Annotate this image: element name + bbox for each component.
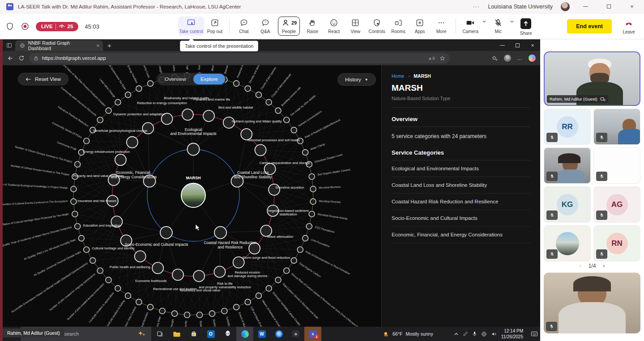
explore-tab[interactable]: Explore [193, 74, 225, 84]
address-bar[interactable]: https://nnbfgraph.vercel.app A [29, 53, 450, 63]
favorites-bar-icon[interactable] [491, 55, 498, 62]
participant-initials: RN [606, 233, 628, 254]
category-item[interactable]: Coastal Hazard Risk Reduction and Resili… [392, 194, 530, 210]
overview-tab[interactable]: Overview [158, 74, 193, 84]
browser-more-icon[interactable]: … [517, 55, 523, 61]
alienware-icon[interactable] [219, 327, 236, 341]
pager-next-icon[interactable]: › [603, 263, 605, 269]
participant-tile[interactable]: RN [593, 225, 640, 261]
copilot-icon[interactable] [529, 55, 536, 62]
radial-graph-canvas[interactable]: Reset View Overview Explore History ▼ Nu… [3, 65, 381, 327]
view-button[interactable]: View [345, 17, 366, 36]
bottom-video-tile[interactable] [544, 273, 640, 333]
svg-text:Turbidity Levels: Turbidity Levels [226, 316, 233, 327]
participant-tile[interactable]: KG [544, 186, 591, 223]
teams-titlebar: LA-SEER Talk with Dr. Md Adilur Rahim, A… [0, 0, 644, 13]
favorite-star-icon[interactable] [439, 55, 445, 61]
browser-restore-button[interactable] [510, 40, 525, 51]
more-button[interactable]: More [431, 17, 452, 36]
security-shield-icon[interactable] [5, 22, 14, 31]
teams-taskbar-icon[interactable]: ii 1 [304, 327, 321, 341]
weather-temp: 66°F [392, 331, 402, 337]
browser-minimize-button[interactable] [495, 40, 510, 51]
volume-icon[interactable] [491, 331, 497, 337]
react-button[interactable]: React [323, 17, 345, 36]
history-button[interactable]: History ▼ [337, 73, 376, 86]
touch-keyboard-icon[interactable] [529, 327, 540, 341]
reset-view-button[interactable]: Reset View [18, 73, 68, 85]
pager-prev-icon[interactable]: ‹ [580, 263, 581, 269]
chat-button[interactable]: Chat [233, 17, 255, 36]
end-event-button[interactable]: End event [567, 19, 612, 34]
category-item[interactable]: Socio-Economic and Cultural Impacts [392, 210, 530, 227]
new-tab-button[interactable]: + [107, 42, 111, 49]
tray-mic-icon[interactable] [472, 331, 477, 337]
task-view-button[interactable] [151, 327, 168, 341]
tab-close-icon[interactable]: × [97, 43, 99, 48]
svg-text:Shoreline accretion: Shoreline accretion [275, 185, 304, 189]
svg-text:Site usage by other wildlife: Site usage by other wildlife [290, 94, 316, 117]
lock-icon [34, 56, 38, 61]
network-icon[interactable] [481, 331, 487, 337]
category-item[interactable]: Ecological and Environmental Impacts [392, 160, 530, 177]
participant-hair [558, 153, 580, 163]
leave-button[interactable]: Leave [618, 17, 640, 36]
browser-profile-avatar[interactable] [504, 55, 511, 62]
camera-icon [466, 18, 475, 27]
weather-widget[interactable]: 66°F Mostly sunny [383, 331, 433, 337]
svg-text:Public health and wellbeing: Public health and wellbeing [110, 265, 150, 269]
breadcrumb-home-link[interactable]: Home [392, 73, 404, 79]
svg-text:Number of jobs created during: Number of jobs created during constructi… [67, 282, 105, 320]
take-control-button[interactable]: Take control [178, 17, 204, 36]
participant-tile[interactable]: RR [544, 109, 591, 145]
browser-close-button[interactable]: × [525, 40, 540, 51]
participant-video-tile[interactable] [593, 109, 640, 145]
people-button[interactable]: 29 People [278, 17, 300, 36]
edge-icon[interactable] [236, 327, 253, 341]
participant-avatar-tile[interactable] [544, 225, 591, 261]
chat-icon [239, 18, 248, 27]
active-speaker-tile[interactable]: Rahim, Md Adilur (Guest) [544, 51, 640, 106]
read-aloud-icon[interactable]: A [428, 55, 435, 61]
user-avatar[interactable] [561, 2, 570, 11]
detail-panel: Home › MARSH MARSH Nature-Based Solution… [381, 65, 540, 327]
participant-tile[interactable] [593, 147, 640, 184]
camera-button[interactable]: Camera [460, 17, 481, 36]
taskbar-clock[interactable]: 12:14 PM 11/26/2025 [501, 328, 523, 340]
file-explorer-icon[interactable] [168, 327, 185, 341]
browser-tab[interactable]: NNBF Radial Graph Dashboard × [15, 40, 103, 51]
recording-icon[interactable] [21, 22, 30, 31]
dark-app-icon[interactable]: ◆ [287, 327, 304, 341]
titlebar-more-icon[interactable]: ··· [473, 3, 480, 10]
participant-video-tile[interactable] [544, 147, 591, 184]
qa-button[interactable]: ? Q&A [255, 17, 276, 36]
word-icon[interactable]: W [253, 327, 270, 341]
webex-icon[interactable] [270, 327, 287, 341]
participant-tile[interactable]: AG [593, 186, 640, 223]
share-button[interactable]: Share [515, 17, 537, 38]
raise-hand-button[interactable]: Raise [302, 17, 323, 36]
pen-icon[interactable] [463, 331, 468, 337]
ms-store-icon[interactable] [185, 327, 202, 341]
participant-grid: RR KG AG RN [544, 109, 640, 261]
close-button[interactable]: × [624, 1, 640, 12]
back-icon[interactable] [7, 55, 14, 62]
pop-out-button[interactable]: Pop out [204, 17, 226, 36]
mic-chevron-icon[interactable] [510, 19, 514, 24]
people-icon [281, 18, 290, 27]
rooms-button[interactable]: Rooms [388, 17, 409, 36]
raise-hand-icon [308, 18, 317, 27]
tab-actions-icon[interactable] [3, 42, 15, 48]
camera-chevron-icon[interactable] [482, 19, 486, 24]
restore-button[interactable] [601, 1, 616, 12]
tray-chevron-icon[interactable] [454, 332, 459, 336]
category-item[interactable]: Coastal Land Loss and Shoreline Stabilit… [392, 177, 530, 194]
refresh-icon[interactable] [18, 55, 25, 61]
svg-text:Root Depth and Density: Root Depth and Density [183, 320, 187, 327]
outlook-icon[interactable]: O [202, 327, 219, 341]
minimize-button[interactable] [578, 1, 593, 12]
category-item[interactable]: Economic, Financial, and Energy Consider… [392, 227, 530, 243]
controls-button[interactable]: Controls [366, 17, 388, 36]
mic-button[interactable]: Mic [487, 17, 509, 36]
apps-button[interactable]: Apps [409, 17, 431, 36]
